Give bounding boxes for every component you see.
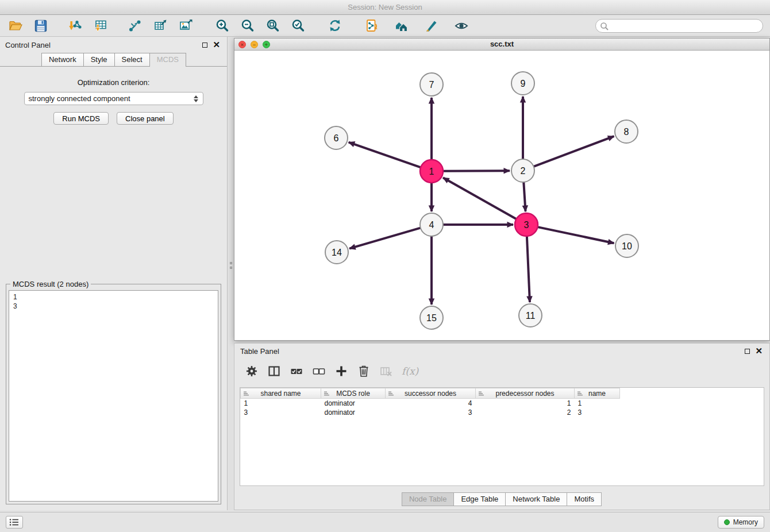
refresh-layout-button[interactable] [325,17,345,35]
mcds-result-line: 1 [13,292,214,302]
column-header-predecessor-nodes[interactable]: predecessor nodes [476,388,575,399]
graph-node-label: 14 [332,248,342,257]
graph-edge-3-11[interactable] [527,236,530,302]
memory-status-icon [724,519,730,525]
select-all-columns-button[interactable] [290,364,303,378]
delete-row-button[interactable] [357,364,371,378]
control-panel: Control Panel ✕ Network Style Select MCD… [0,37,228,510]
graph-edge-3-1[interactable] [443,178,517,219]
vertical-splitter[interactable] [228,37,234,510]
window-title: Session: New Session [348,3,422,11]
optimization-criterion-dropdown[interactable]: strongly connected component [24,92,203,105]
close-panel-icon[interactable]: ✕ [213,41,220,48]
zoom-fit-button[interactable] [263,17,283,35]
tab-style[interactable]: Style [83,53,115,66]
graph-edge-2-8[interactable] [534,136,614,167]
graph-node-label: 7 [429,80,434,90]
close-panel-button[interactable]: Close panel [117,112,174,125]
memory-button[interactable]: Memory [718,516,764,529]
dropdown-arrows-icon [194,95,199,102]
sort-icon [324,391,329,396]
style-button[interactable] [422,17,441,35]
refresh-icon [328,18,342,33]
image-arrow-icon [178,18,193,33]
table-cell[interactable]: 3 [386,408,476,417]
table-arrow-icon [153,18,168,33]
table-cell[interactable]: 3 [241,408,321,417]
graph-node-label: 10 [622,241,632,251]
zoom-in-button[interactable] [213,17,232,35]
save-session-button[interactable] [31,17,51,35]
graph-edge-1-6[interactable] [349,142,421,168]
float-table-panel-icon[interactable] [745,349,750,354]
deselect-all-columns-button[interactable] [312,364,326,378]
table-cell[interactable]: 2 [476,408,575,417]
graph-edge-1-2[interactable] [443,171,510,171]
tab-motifs[interactable]: Motifs [567,492,602,506]
export-image-button[interactable] [176,17,195,35]
graph-node-label: 4 [429,220,434,230]
sort-icon [577,391,583,396]
show-hide-button[interactable] [452,17,471,35]
close-window-button[interactable]: × [238,41,246,48]
node-table-header-row: shared nameMCDS rolesuccessor nodesprede… [241,388,620,399]
graph-node-label: 8 [624,127,629,137]
network-canvas[interactable]: 7968124314101511 [234,51,769,340]
column-header-shared-name[interactable]: shared name [241,388,321,399]
import-network-icon [68,18,83,33]
mcds-result-text[interactable]: 13 [9,290,218,502]
column-header-successor-nodes[interactable]: successor nodes [386,388,476,399]
eye-icon [454,18,469,33]
tab-mcds[interactable]: MCDS [149,53,186,67]
table-row[interactable]: 3dominator323 [241,408,620,417]
network-window-title: scc.txt [490,40,514,48]
graph-node-label: 15 [426,313,437,323]
column-header-MCDS-role[interactable]: MCDS role [321,388,386,399]
table-settings-button[interactable] [245,364,259,378]
open-session-button[interactable] [6,17,25,35]
run-mcds-button[interactable]: Run MCDS [53,112,109,125]
table-cell[interactable]: dominator [321,408,386,417]
column-header-name[interactable]: name [575,388,620,399]
graph-edge-4-14[interactable] [349,228,421,249]
new-network-from-table-button[interactable] [151,17,170,35]
table-cell[interactable]: 1 [575,399,620,408]
table-cell[interactable]: 1 [241,399,321,408]
network-graph[interactable]: 7968124314101511 [234,51,769,340]
preferred-layout-button[interactable] [392,17,411,35]
search-input[interactable] [595,19,763,33]
graph-edge-2-3[interactable] [523,182,525,211]
network-from-selection-button[interactable] [362,17,382,35]
checked-boxes-icon [290,365,303,377]
import-table-button[interactable] [91,17,110,35]
tab-network[interactable]: Network [41,53,84,66]
tab-node-table[interactable]: Node Table [402,492,455,506]
mcds-result-line: 3 [13,302,214,311]
table-cell[interactable]: 1 [476,399,575,408]
import-network-button[interactable] [66,17,85,35]
tab-network-table[interactable]: Network Table [505,492,567,506]
tab-select[interactable]: Select [114,53,150,66]
tab-edge-table[interactable]: Edge Table [453,492,506,506]
graph-edge-3-10[interactable] [538,227,614,243]
task-history-button[interactable] [6,516,23,529]
zoom-out-button[interactable] [238,17,257,35]
open-folder-icon [8,18,23,33]
trash-icon [357,365,370,377]
maximize-window-button[interactable]: + [263,41,270,48]
add-column-button[interactable] [334,364,348,378]
table-row[interactable]: 1dominator411 [241,399,620,408]
minimize-window-button[interactable]: − [251,41,258,48]
import-table-icon [93,18,108,33]
close-table-panel-icon[interactable]: ✕ [755,348,763,354]
graph-node-label: 11 [526,311,536,321]
first-neighbors-button[interactable] [125,17,145,35]
zoom-selected-button[interactable] [288,17,308,35]
float-panel-icon[interactable] [202,43,207,48]
table-cell[interactable]: dominator [321,399,386,408]
plus-icon [335,365,348,377]
gear-icon [245,365,258,377]
table-cell[interactable]: 3 [575,408,620,417]
table-cell[interactable]: 4 [386,399,476,408]
show-columns-button[interactable] [267,364,281,378]
